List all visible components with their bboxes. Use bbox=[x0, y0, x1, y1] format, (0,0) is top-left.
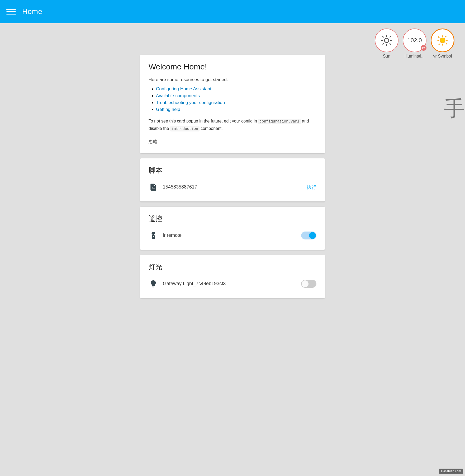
sensor-badge-weather: yr Symbol bbox=[431, 29, 454, 59]
light-toggle[interactable] bbox=[301, 280, 316, 288]
list-item: Troubleshooting your configuration bbox=[156, 100, 316, 105]
remote-toggle[interactable] bbox=[301, 232, 316, 239]
list-item: Getting help bbox=[156, 107, 316, 112]
script-run-button[interactable]: 执行 bbox=[307, 184, 316, 190]
svg-marker-11 bbox=[437, 40, 439, 41]
sensor-label-weather: yr Symbol bbox=[433, 54, 452, 59]
list-item: Available components bbox=[156, 93, 316, 98]
script-card: 脚本 1545835887617 执行 bbox=[140, 158, 325, 201]
sensor-circle-weather bbox=[431, 29, 454, 52]
topbar: Home bbox=[0, 0, 465, 23]
remote-label: ir remote bbox=[163, 233, 296, 238]
light-card-title: 灯光 bbox=[149, 262, 316, 272]
weather-icon bbox=[436, 34, 449, 47]
light-card: 灯光 Gateway Light_7c49eb193cf3 bbox=[140, 255, 325, 298]
svg-marker-9 bbox=[442, 35, 443, 37]
svg-point-0 bbox=[385, 38, 389, 43]
link-help[interactable]: Getting help bbox=[156, 107, 180, 112]
svg-rect-19 bbox=[152, 235, 155, 239]
svg-line-6 bbox=[390, 43, 391, 44]
page-title: Home bbox=[22, 7, 42, 16]
remote-card: 遥控 ir remote bbox=[140, 207, 325, 250]
sensor-badge-illuminati: 102.0 lm Illuminati... bbox=[403, 29, 426, 59]
remote-row: ir remote bbox=[149, 229, 316, 242]
svg-line-7 bbox=[382, 43, 383, 44]
menu-button[interactable] bbox=[6, 7, 16, 16]
welcome-title: Welcome Home! bbox=[149, 62, 316, 71]
remote-icon bbox=[149, 231, 158, 240]
script-icon bbox=[149, 182, 158, 192]
script-row: 1545835887617 执行 bbox=[149, 180, 316, 194]
light-icon bbox=[149, 279, 158, 289]
right-partial-text: 手 bbox=[444, 95, 465, 123]
svg-line-5 bbox=[382, 36, 383, 37]
sensor-label-illuminati: Illuminati... bbox=[405, 54, 425, 59]
link-components[interactable]: Available components bbox=[156, 93, 200, 98]
svg-line-8 bbox=[390, 36, 391, 37]
sensor-badges: Sun 102.0 lm Illuminati... bbox=[375, 29, 454, 59]
sun-icon bbox=[380, 34, 393, 47]
script-card-title: 脚本 bbox=[149, 166, 316, 175]
sensor-label-sun: Sun bbox=[383, 54, 390, 59]
main-content: Sun 102.0 lm Illuminati... bbox=[0, 23, 465, 476]
svg-marker-14 bbox=[445, 43, 447, 45]
svg-marker-16 bbox=[438, 43, 440, 45]
link-troubleshooting[interactable]: Troubleshooting your configuration bbox=[156, 100, 225, 105]
welcome-links: Configuring Home Assistant Available com… bbox=[149, 86, 316, 112]
sensor-badge-unit: lm bbox=[421, 45, 426, 51]
sensor-circle-sun bbox=[375, 29, 398, 52]
watermark: Hassbian.com bbox=[439, 469, 463, 474]
config-text: To not see this card popup in the future… bbox=[149, 117, 316, 132]
svg-marker-12 bbox=[446, 40, 448, 41]
svg-marker-10 bbox=[442, 44, 443, 46]
svg-marker-15 bbox=[445, 36, 447, 38]
welcome-subtitle: Here are some resources to get started: bbox=[149, 76, 316, 83]
cards-container: Welcome Home! Here are some resources to… bbox=[140, 55, 325, 298]
svg-point-20 bbox=[153, 236, 154, 237]
list-item: Configuring Home Assistant bbox=[156, 86, 316, 92]
light-label: Gateway Light_7c49eb193cf3 bbox=[163, 281, 296, 286]
light-row: Gateway Light_7c49eb193cf3 bbox=[149, 277, 316, 291]
config-component: introduction bbox=[170, 126, 200, 131]
remote-card-title: 遥控 bbox=[149, 214, 316, 223]
ignore-button[interactable]: 忽略 bbox=[149, 138, 158, 146]
svg-point-18 bbox=[440, 38, 445, 43]
welcome-card: Welcome Home! Here are some resources to… bbox=[140, 55, 325, 153]
script-label: 1545835887617 bbox=[163, 184, 302, 190]
svg-marker-13 bbox=[438, 36, 440, 38]
sensor-badge-sun: Sun bbox=[375, 29, 398, 59]
sensor-circle-illuminati: 102.0 lm bbox=[403, 29, 426, 52]
sensor-value-illuminati: 102.0 bbox=[407, 37, 422, 44]
link-configuring[interactable]: Configuring Home Assistant bbox=[156, 86, 211, 91]
config-file: configuration.yaml bbox=[258, 119, 301, 124]
